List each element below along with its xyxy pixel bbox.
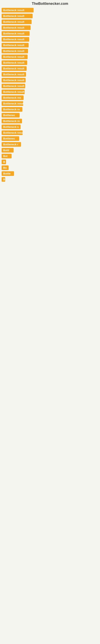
list-item: Bottleneck resu	[1, 130, 99, 135]
bottleneck-badge[interactable]: B	[1, 177, 5, 182]
list-item: Bottleneck result	[1, 20, 99, 24]
bottleneck-badge[interactable]: Bottleneck result	[1, 31, 30, 36]
list-item: Bottleneck result	[1, 14, 99, 18]
bottleneck-badge[interactable]: Bottleneck result	[1, 8, 34, 12]
list-item: Bottleneck result	[1, 54, 99, 59]
list-item: Bottleneck result	[1, 84, 99, 88]
list-item: Bottle	[1, 171, 99, 176]
bottleneck-badge[interactable]: Bottleneck result	[1, 60, 27, 65]
list-item: Bottlenec	[1, 136, 99, 141]
bottleneck-badge[interactable]: Bottleneck result	[1, 43, 29, 48]
bottleneck-badge[interactable]: Bottleneck resu	[1, 130, 23, 135]
bottleneck-badge[interactable]: Bot	[1, 154, 12, 158]
list-item: B	[1, 160, 99, 164]
bottleneck-badge[interactable]: Bottleneck result	[1, 72, 26, 77]
list-item: Bottleneck result	[1, 78, 99, 82]
list-item: Bottleneck r	[1, 142, 99, 147]
bottleneck-badge[interactable]: Bottleneck result	[1, 20, 32, 24]
bottleneck-badge[interactable]: Bottle	[1, 171, 14, 176]
bottleneck-badge[interactable]: Bottleneck s	[1, 124, 21, 129]
bottleneck-badge[interactable]: B	[1, 160, 6, 164]
list-item: Bottleneck result	[1, 49, 99, 53]
list-item: Bottleneck result	[1, 43, 99, 48]
list-item: B	[1, 177, 99, 182]
list-item: Bottleneck result	[1, 8, 99, 12]
bottleneck-badge[interactable]: Bottleneck re	[1, 107, 22, 112]
bottleneck-badge[interactable]: Bottl	[1, 148, 14, 152]
site-title: TheBottlenecker.com	[32, 2, 68, 6]
bottleneck-badge[interactable]: Bottleneck result	[1, 90, 25, 94]
list-item: Bottlenec	[1, 113, 99, 118]
bottleneck-badge[interactable]: Bottlenec	[1, 113, 20, 118]
bottleneck-badge[interactable]: Bottleneck res	[1, 96, 24, 100]
list-item: Bo	[1, 166, 99, 170]
list-item: Bottleneck result	[1, 60, 99, 65]
bottleneck-badge[interactable]: Bottleneck result	[1, 49, 28, 53]
bottleneck-badge[interactable]: Bottleneck result	[1, 66, 27, 71]
bottleneck-badge[interactable]: Bottleneck result	[1, 101, 23, 106]
bottleneck-badge[interactable]: Bottleneck r	[1, 142, 21, 147]
list-item: Bottleneck re	[1, 119, 99, 123]
list-item: Bottleneck result	[1, 25, 99, 30]
list-item: Bottleneck result	[1, 37, 99, 42]
list-item: Bottleneck re	[1, 107, 99, 112]
bottleneck-badge[interactable]: Bottleneck result	[1, 14, 33, 18]
list-item: Bottleneck s	[1, 124, 99, 129]
bottleneck-badge[interactable]: Bo	[1, 166, 9, 170]
bottleneck-badge[interactable]: Bottlenec	[1, 136, 19, 141]
list-item: Bottl	[1, 148, 99, 152]
bottleneck-badge[interactable]: Bottleneck result	[1, 54, 28, 59]
bottleneck-badge[interactable]: Bottleneck result	[1, 78, 26, 82]
bottleneck-badge[interactable]: Bottleneck result	[1, 37, 29, 42]
bottleneck-badge[interactable]: Bottleneck result	[1, 84, 25, 88]
bottleneck-badge[interactable]: Bottleneck result	[1, 25, 31, 30]
list-item: Bot	[1, 154, 99, 158]
site-header: TheBottlenecker.com	[0, 0, 100, 7]
list-item: Bottleneck res	[1, 96, 99, 100]
list-item: Bottleneck result	[1, 31, 99, 36]
bottleneck-badge[interactable]: Bottleneck re	[1, 119, 22, 123]
list-item: Bottleneck result	[1, 66, 99, 71]
list-item: Bottleneck result	[1, 72, 99, 77]
list-item: Bottleneck result	[1, 101, 99, 106]
list-item: Bottleneck result	[1, 90, 99, 94]
